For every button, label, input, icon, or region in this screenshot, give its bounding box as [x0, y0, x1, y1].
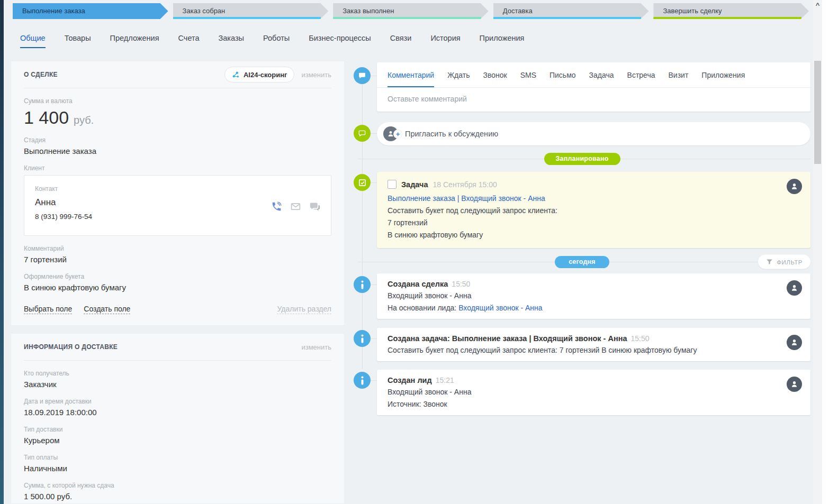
payment-type-value: Наличными: [24, 464, 331, 473]
scrollbar-thumb[interactable]: [814, 61, 821, 164]
tt-meeting[interactable]: Встреча: [627, 62, 655, 87]
ai-scoring-label: AI24-скоринг: [244, 71, 287, 79]
entry-time: 15:21: [436, 376, 454, 384]
stage-order-assembled[interactable]: Заказ собран: [173, 3, 329, 19]
person-icon: [789, 379, 799, 389]
comment-stream-icon: [354, 67, 371, 84]
i-glyph: [361, 334, 364, 343]
task-line: В синюю крафтовую бумагу: [388, 231, 800, 239]
task-datetime: 18 Сентября 15:00: [433, 180, 497, 189]
tab-products[interactable]: Товары: [65, 34, 91, 48]
email-icon[interactable]: [290, 201, 301, 212]
tab-links[interactable]: Связи: [390, 34, 412, 48]
task-link[interactable]: Выполнение заказа | Входящий звонок - Ан…: [388, 194, 800, 203]
call-icon[interactable]: [271, 201, 282, 212]
change-amount-label: Сумма, с которой нужна сдача: [24, 482, 331, 489]
responsible-avatar: [787, 377, 802, 392]
filter-button[interactable]: ФИЛЬТР: [758, 255, 810, 269]
deal-info-panel: О СДЕЛКЕ AI24-скоринг изменить Сумма и в…: [11, 61, 345, 326]
tab-history[interactable]: История: [430, 34, 460, 48]
entry-time: 15:50: [630, 334, 649, 343]
delete-section-link[interactable]: Удалить раздел: [277, 305, 331, 314]
tab-invoices[interactable]: Счета: [178, 34, 200, 48]
choose-field-link[interactable]: Выбрать поле: [24, 305, 72, 314]
delivery-datetime-label: Дата и время доставки: [24, 398, 331, 405]
responsible-avatar: [787, 335, 802, 350]
tab-robots[interactable]: Роботы: [263, 34, 290, 48]
edit-delivery-link[interactable]: изменить: [301, 343, 331, 351]
tt-call[interactable]: Звонок: [483, 62, 507, 87]
contact-label: Контакт: [35, 185, 320, 193]
tab-orders[interactable]: Заказы: [219, 34, 244, 48]
entry-time: 15:50: [452, 280, 470, 288]
edit-deal-link[interactable]: изменить: [301, 71, 331, 79]
tt-comment[interactable]: Комментарий: [388, 62, 434, 87]
ai-scoring-button[interactable]: AI24-скоринг: [224, 67, 295, 83]
task-description-link[interactable]: Составить букет под следующий запрос кли…: [388, 345, 800, 355]
entry-title: Создана задача: Выполнение заказа | Вход…: [388, 334, 627, 343]
stage-label: Доставка: [503, 7, 533, 15]
tt-sms[interactable]: SMS: [520, 62, 536, 87]
window-gutter: [822, 0, 829, 504]
i-glyph: [361, 280, 364, 289]
recipient-label: Кто получатель: [24, 370, 331, 377]
speech-bubble-outline-icon: [358, 129, 366, 138]
info-icon: [354, 276, 371, 293]
task-icon: [354, 174, 371, 191]
lead-link[interactable]: Входящий звонок - Анна: [458, 304, 542, 312]
planned-divider: Запланировано: [354, 152, 810, 165]
stage-order-done[interactable]: Заказ выполнен: [333, 3, 489, 19]
comment-composer-card: Комментарий Ждать Звонок SMS Письмо Зада…: [377, 62, 810, 112]
stage-underline: [493, 17, 642, 19]
tab-general[interactable]: Общие: [20, 34, 46, 48]
stage-label: Заказ выполнен: [343, 7, 394, 15]
invite-avatar-icon: +: [383, 126, 398, 141]
client-card: Контакт Анна 8 (931) 999-76-54: [24, 175, 331, 236]
tab-business-processes[interactable]: Бизнес-процессы: [309, 34, 371, 48]
stage-delivery[interactable]: Доставка: [493, 3, 649, 19]
plus-icon: +: [394, 130, 402, 138]
stage-order-fulfillment[interactable]: Выполнение заказа: [13, 3, 168, 19]
task-checkbox[interactable]: [388, 180, 397, 189]
stage-field-label: Стадия: [24, 136, 331, 144]
check-square-icon: [358, 178, 367, 187]
contact-phone: 8 (931) 999-76-54: [35, 213, 320, 221]
task-line: Составить букет под следующий запрос кли…: [388, 206, 800, 215]
tab-quotes[interactable]: Предложения: [110, 34, 159, 48]
delivery-type-label: Тип доставки: [24, 426, 331, 433]
stage-close-deal[interactable]: Завершить сделку: [653, 3, 809, 19]
comment-input[interactable]: Оставьте комментарий: [377, 88, 810, 112]
tt-task[interactable]: Задача: [589, 62, 614, 87]
delivery-info-panel: ИНФОРМАЦИЯ О ДОСТАВКЕ изменить Кто получ…: [11, 333, 345, 504]
wrap-field-label: Оформление букета: [24, 273, 331, 280]
tt-apps[interactable]: Приложения: [701, 62, 745, 87]
chat-icon[interactable]: [309, 201, 320, 212]
entry-title: Создан лид: [388, 376, 432, 384]
lead-link[interactable]: Входящий звонок - Анна: [388, 387, 800, 397]
scrollbar[interactable]: ^: [813, 0, 822, 504]
info-icon: [354, 372, 371, 389]
scroll-up-arrow-icon[interactable]: ^: [813, 1, 822, 10]
today-badge: сегодня: [555, 256, 609, 268]
delivery-datetime-value: 18.09.2019 18:00:00: [24, 408, 331, 417]
app-left-edge: [0, 0, 4, 504]
create-field-link[interactable]: Создать поле: [84, 305, 130, 314]
tab-apps[interactable]: Приложения: [480, 34, 525, 48]
entry-line-prefix: На основании лида:: [388, 304, 458, 312]
person-icon: [789, 181, 799, 191]
tt-email[interactable]: Письмо: [549, 62, 576, 87]
i-glyph: [361, 376, 364, 385]
tt-wait[interactable]: Ждать: [447, 62, 470, 87]
invite-to-discussion[interactable]: + Пригласить к обсуждению: [377, 122, 810, 145]
tt-visit[interactable]: Визит: [669, 62, 689, 87]
responsible-avatar: [787, 179, 802, 194]
comment-field-value: 7 гортензий: [24, 255, 331, 264]
panel-title: О СДЕЛКЕ: [24, 71, 58, 78]
entry-line: Источник: Звонок: [388, 399, 800, 409]
person-icon: [789, 283, 799, 293]
task-title: Задача: [401, 180, 428, 189]
comment-field-label: Комментарий: [24, 245, 331, 252]
change-amount-value: 1 500.00 руб.: [24, 492, 331, 501]
stage-label: Завершить сделку: [663, 7, 722, 15]
amount-label: Сумма и валюта: [24, 97, 331, 105]
